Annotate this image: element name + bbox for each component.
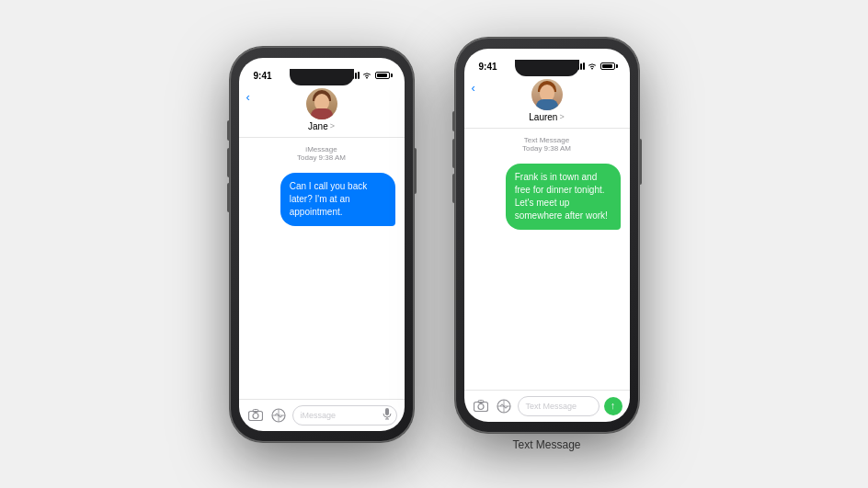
volume-down-button-left (227, 183, 230, 212)
signal-bar-4 (358, 72, 360, 79)
camera-icon-imessage[interactable] (246, 406, 265, 425)
send-arrow-icon: ↑ (611, 400, 616, 411)
svg-rect-7 (385, 408, 389, 415)
jane-name-text: Jane (308, 121, 328, 131)
lauren-chevron: > (559, 112, 564, 121)
bubble-container-imessage: Can I call you back later? I'm at an app… (248, 173, 395, 226)
message-bubble-imessage: Can I call you back later? I'm at an app… (280, 173, 395, 226)
volume-down-button-right (452, 174, 455, 203)
message-type-sms: Text Message (522, 136, 571, 144)
avatar-body-jane (311, 108, 333, 119)
avatar-jane (306, 88, 337, 119)
svg-point-0 (366, 77, 368, 79)
message-time-sms: Today 9:38 AM (522, 144, 571, 153)
message-bubble-sms: Frank is in town and free for dinner ton… (506, 164, 621, 230)
volume-up-button-right (452, 139, 455, 168)
contact-name-lauren[interactable]: Lauren > (529, 112, 564, 122)
battery-fill-left (377, 74, 387, 77)
battery-icon-left (375, 72, 390, 79)
camera-icon-sms[interactable] (472, 397, 490, 415)
apps-icon-imessage[interactable] (269, 406, 288, 425)
notch-left (290, 69, 354, 85)
back-button-sms[interactable]: ‹ (472, 81, 475, 95)
sms-label: Text Message (512, 438, 580, 451)
input-placeholder-sms: Text Message (526, 402, 577, 411)
notch-right (515, 60, 579, 76)
toolbar-imessage: iMessage (239, 399, 405, 431)
svg-point-12 (478, 404, 484, 410)
phone-screen-sms: 9:41 (464, 49, 630, 422)
toolbar-sms: Text Message ↑ (464, 390, 630, 422)
avatar-lauren (531, 79, 563, 110)
mute-button-right (452, 111, 455, 131)
send-button-sms[interactable]: ↑ (604, 397, 622, 415)
phone-imessage: 9:41 (230, 47, 414, 442)
signal-bar-r4 (583, 62, 585, 70)
volume-up-button-left (227, 148, 230, 177)
mute-button-left (227, 120, 230, 141)
input-placeholder-imessage: iMessage (301, 411, 337, 420)
phones-container: 9:41 (230, 38, 639, 451)
status-icons-right (575, 62, 615, 70)
lauren-name-text: Lauren (529, 112, 557, 122)
apps-icon-sms[interactable] (495, 397, 513, 415)
message-input-imessage[interactable]: iMessage (292, 405, 397, 426)
bubble-container-sms: Frank is in town and free for dinner ton… (474, 164, 621, 230)
wifi-icon-left (362, 72, 371, 79)
power-button-right (639, 139, 642, 185)
audio-icon-imessage (383, 408, 392, 420)
nav-header-imessage: ‹ Jane > (239, 85, 405, 138)
phone-imessage-wrapper: 9:41 (230, 47, 414, 442)
battery-icon-right (600, 62, 615, 70)
status-time-left: 9:41 (254, 71, 272, 81)
signal-bar-3 (355, 73, 357, 79)
avatar-body-lauren (536, 99, 558, 110)
message-meta-imessage: iMessage Today 9:38 AM (297, 145, 346, 162)
signal-bar-r3 (580, 63, 582, 70)
message-area-sms: Text Message Today 9:38 AM Frank is in t… (464, 129, 630, 390)
phone-sms: 9:41 (455, 38, 639, 433)
status-icons-left (349, 72, 390, 79)
message-meta-sms: Text Message Today 9:38 AM (522, 136, 571, 153)
back-button-imessage[interactable]: ‹ (246, 90, 250, 104)
nav-header-sms: ‹ Lauren > (464, 75, 630, 129)
message-area-imessage: iMessage Today 9:38 AM Can I call you ba… (239, 138, 405, 399)
contact-name-jane[interactable]: Jane > (308, 121, 335, 131)
status-time-right: 9:41 (479, 62, 497, 72)
svg-point-10 (591, 68, 593, 70)
message-type-imessage: iMessage (297, 145, 346, 153)
power-button-left (414, 148, 417, 194)
jane-chevron: > (330, 121, 335, 131)
phone-sms-wrapper: 9:41 (455, 38, 639, 451)
svg-point-2 (253, 414, 258, 419)
battery-fill-right (602, 64, 612, 68)
message-input-sms[interactable]: Text Message (518, 396, 600, 416)
phone-screen-imessage: 9:41 (239, 58, 405, 431)
message-time-imessage: Today 9:38 AM (297, 153, 346, 162)
wifi-icon-right (588, 62, 597, 70)
